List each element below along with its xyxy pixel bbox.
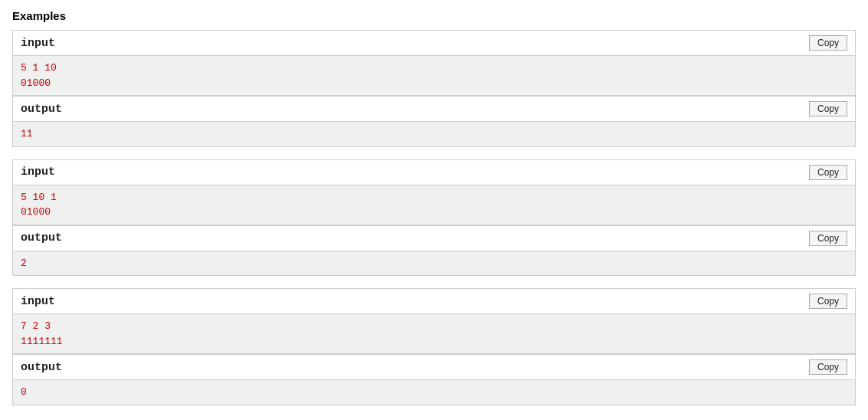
output-header-3: output Copy bbox=[13, 354, 855, 380]
input-label-2: input bbox=[21, 166, 55, 179]
input-header-2: input Copy bbox=[13, 160, 855, 185]
output-label-3: output bbox=[21, 361, 62, 374]
output-header-1: output Copy bbox=[13, 96, 855, 122]
output-content-1: 11 bbox=[13, 122, 855, 146]
input-copy-button-2[interactable]: Copy bbox=[809, 165, 847, 180]
output-value-3: 0 bbox=[21, 385, 847, 400]
input-label-3: input bbox=[21, 295, 55, 308]
input-line1-2: 5 10 1 bbox=[21, 190, 847, 205]
output-content-3: 0 bbox=[13, 380, 855, 405]
output-label-2: output bbox=[21, 231, 62, 244]
output-copy-button-2[interactable]: Copy bbox=[809, 231, 847, 246]
input-line2-1: 01000 bbox=[21, 76, 847, 91]
input-content-1: 5 1 10 01000 bbox=[13, 56, 855, 96]
input-content-3: 7 2 3 1111111 bbox=[13, 314, 855, 354]
input-line1-1: 5 1 10 bbox=[21, 61, 847, 76]
input-line2-2: 01000 bbox=[21, 205, 847, 220]
input-label-1: input bbox=[21, 37, 55, 50]
page-title: Examples bbox=[12, 9, 856, 22]
output-value-2: 2 bbox=[21, 256, 847, 271]
input-copy-button-3[interactable]: Copy bbox=[809, 294, 847, 309]
input-copy-button-1[interactable]: Copy bbox=[809, 35, 847, 51]
output-label-1: output bbox=[21, 103, 62, 116]
output-header-2: output Copy bbox=[13, 225, 855, 251]
input-content-2: 5 10 1 01000 bbox=[13, 185, 855, 225]
input-line1-3: 7 2 3 bbox=[21, 319, 847, 334]
output-copy-button-1[interactable]: Copy bbox=[809, 101, 847, 116]
input-line2-3: 1111111 bbox=[21, 334, 847, 349]
output-content-2: 2 bbox=[13, 251, 855, 276]
output-copy-button-3[interactable]: Copy bbox=[809, 359, 847, 375]
example-block-3: input Copy 7 2 3 1111111 output Copy 0 bbox=[12, 288, 856, 405]
output-value-1: 11 bbox=[21, 126, 847, 142]
input-header-3: input Copy bbox=[13, 289, 855, 314]
example-block-1: input Copy 5 1 10 01000 output Copy 11 bbox=[12, 30, 856, 147]
input-header-1: input Copy bbox=[13, 31, 855, 56]
example-block-2: input Copy 5 10 1 01000 output Copy 2 bbox=[12, 159, 856, 277]
